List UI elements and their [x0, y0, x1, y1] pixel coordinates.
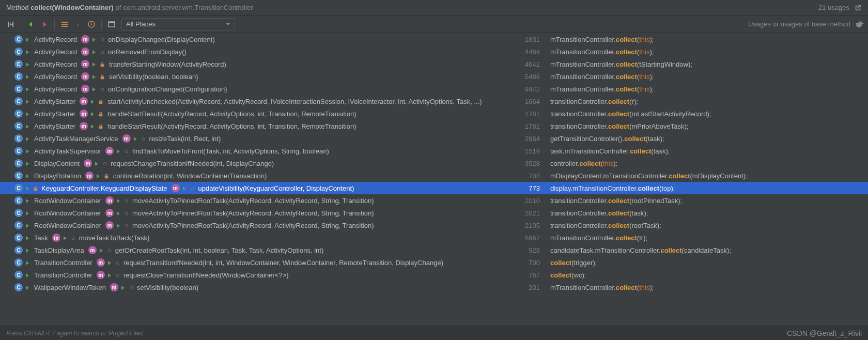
- fold-icon: [116, 222, 122, 228]
- row-left: CActivityTaskSupervisorm○findTaskToMoveT…: [14, 147, 519, 155]
- line-number: 9442: [519, 85, 550, 93]
- line-number: 5486: [519, 73, 550, 81]
- class-name: ActivityRecord: [34, 60, 77, 68]
- fold-icon: [25, 86, 31, 92]
- fold-icon: [25, 235, 31, 241]
- toolbar-separator: [101, 19, 102, 29]
- method-signature: onDisplayChanged(DisplayContent): [108, 36, 215, 43]
- fold-icon: [25, 197, 31, 204]
- usage-row[interactable]: CActivityRecordm○onConfigurationChanged(…: [0, 83, 868, 95]
- fold-icon: [91, 86, 98, 92]
- usage-snippet: transitionController.collect(r);: [550, 98, 863, 105]
- method-signature: handleStartResult(ActivityRecord, Activi…: [107, 122, 356, 130]
- row-left: CActivityRecordm○onDisplayChanged(Displa…: [14, 35, 519, 43]
- footer: Press Ctrl+Alt+F7 again to search in 'Pr…: [0, 326, 868, 340]
- usage-row[interactable]: CActivityStartermhandleStartResult(Activ…: [0, 107, 868, 120]
- fold-icon: [107, 259, 113, 266]
- method-icon: m: [52, 234, 60, 242]
- class-icon: C: [14, 110, 23, 118]
- visibility-icon: ○: [100, 48, 105, 56]
- usage-row[interactable]: CKeyguardController.KeyguardDisplayState…: [0, 182, 868, 194]
- usage-snippet: transitionController.collect(rootPinnedT…: [550, 197, 863, 205]
- line-number: 1781: [519, 110, 550, 118]
- usage-count: 21 usages: [818, 4, 849, 11]
- chevron-down-icon: [225, 22, 230, 27]
- line-number: 2964: [519, 135, 550, 143]
- group-by-button[interactable]: [58, 18, 71, 31]
- usage-row[interactable]: CTransitionControllerm○requestTransition…: [0, 256, 868, 269]
- usage-row[interactable]: CWallpaperWindowTokenm○setVisibility(boo…: [0, 281, 868, 293]
- line-number: 1519: [519, 147, 550, 155]
- show-write-access-button[interactable]: [85, 18, 98, 31]
- prev-occurrence-button[interactable]: [24, 18, 38, 31]
- fold-icon: [25, 160, 31, 166]
- usage-row[interactable]: CActivityRecordmtransferStartingWindow(A…: [0, 58, 868, 70]
- usage-row[interactable]: CTaskm○moveTaskToBack(Task)5967mTransiti…: [0, 231, 868, 244]
- toolbar: i All Places Usages or usages of base me…: [0, 16, 868, 33]
- method-icon: m: [110, 283, 118, 291]
- class-icon: C: [14, 48, 23, 56]
- footer-watermark: CSDN @Geralt_z_Rivii: [787, 329, 862, 337]
- fold-icon: [25, 272, 31, 278]
- visibility-icon: ○: [100, 85, 105, 93]
- next-occurrence-button[interactable]: [38, 18, 51, 31]
- external-window-icon[interactable]: [855, 4, 862, 11]
- line-number: 4464: [519, 48, 550, 56]
- header-signature: collect(WindowContainer): [30, 4, 113, 11]
- line-number: 1782: [519, 122, 550, 130]
- class-name: ActivityRecord: [34, 48, 77, 56]
- usage-row[interactable]: CDisplayContentm○requestChangeTransition…: [0, 157, 868, 169]
- method-icon: m: [80, 110, 88, 118]
- row-left: CActivityStartermhandleStartResult(Activ…: [14, 110, 519, 118]
- usage-row[interactable]: CActivityStartermhandleStartResult(Activ…: [0, 120, 868, 132]
- line-number: 5967: [519, 234, 550, 242]
- class-name: RootWindowContainer: [34, 209, 101, 217]
- method-signature: continueRotation(int, WindowContainerTra…: [113, 172, 267, 180]
- method-icon: m: [81, 35, 89, 43]
- visibility-icon: ○: [129, 284, 134, 291]
- usage-row[interactable]: CTaskDisplayAream○getOrCreateRootTask(in…: [0, 244, 868, 256]
- line-number: 4642: [519, 60, 550, 68]
- row-left: CKeyguardController.KeyguardDisplayState…: [14, 184, 519, 192]
- usage-row[interactable]: CActivityStartermstartActivityUnchecked(…: [0, 95, 868, 107]
- usage-row[interactable]: CRootWindowContainerm○moveActivityToPinn…: [0, 219, 868, 231]
- scope-select[interactable]: All Places: [121, 18, 235, 30]
- class-name: ActivityTaskManagerService: [34, 135, 118, 143]
- usage-row[interactable]: CRootWindowContainerm○moveActivityToPinn…: [0, 194, 868, 207]
- class-icon: C: [14, 134, 23, 143]
- toolbar-separator: [21, 19, 21, 29]
- method-signature: requestCloseTransitionIfNeeded(WindowCon…: [123, 271, 289, 279]
- show-read-access-button[interactable]: i: [71, 18, 85, 31]
- expand-all-button[interactable]: [4, 18, 18, 31]
- class-icon: C: [14, 72, 23, 81]
- usage-row[interactable]: CActivityRecordmsetVisibility(boolean, b…: [0, 70, 868, 83]
- usage-row[interactable]: CActivityTaskManagerServicem○resizeTask(…: [0, 132, 868, 145]
- method-signature: findTaskToMoveToFront(Task, int, Activit…: [132, 147, 329, 155]
- usage-snippet: collect(wc);: [550, 271, 863, 279]
- method-signature: moveActivityToPinnedRootTask(ActivityRec…: [132, 222, 374, 229]
- usage-snippet: collect(trigger);: [550, 259, 863, 267]
- usages-list[interactable]: CActivityRecordm○onDisplayChanged(Displa…: [0, 33, 868, 326]
- class-icon: C: [14, 209, 23, 217]
- method-icon: m: [84, 159, 92, 167]
- fold-icon: [25, 135, 31, 142]
- usage-row[interactable]: CActivityTaskSupervisorm○findTaskToMoveT…: [0, 145, 868, 157]
- open-in-tool-window-button[interactable]: [105, 18, 118, 31]
- row-left: CTaskDisplayAream○getOrCreateRootTask(in…: [14, 246, 519, 254]
- usage-row[interactable]: CActivityRecordm○onDisplayChanged(Displa…: [0, 33, 868, 45]
- fold-icon: [25, 259, 31, 266]
- usage-row[interactable]: CTransitionControllerm○requestCloseTrans…: [0, 269, 868, 281]
- class-icon: C: [14, 60, 23, 68]
- fold-icon: [91, 49, 98, 55]
- usage-row[interactable]: CActivityRecordm○onRemovedFromDisplay()4…: [0, 45, 868, 58]
- fold-icon: [96, 173, 102, 179]
- fold-icon: [133, 135, 139, 142]
- class-name: DisplayRotation: [34, 172, 81, 180]
- visibility-icon: ○: [102, 160, 107, 167]
- usage-row[interactable]: CRootWindowContainerm○moveActivityToPinn…: [0, 207, 868, 219]
- header-right: 21 usages: [818, 4, 862, 11]
- gear-icon[interactable]: [856, 20, 864, 28]
- lock-icon: [33, 185, 39, 191]
- usage-row[interactable]: CDisplayRotationmcontinueRotation(int, W…: [0, 169, 868, 182]
- lock-icon: [98, 111, 104, 117]
